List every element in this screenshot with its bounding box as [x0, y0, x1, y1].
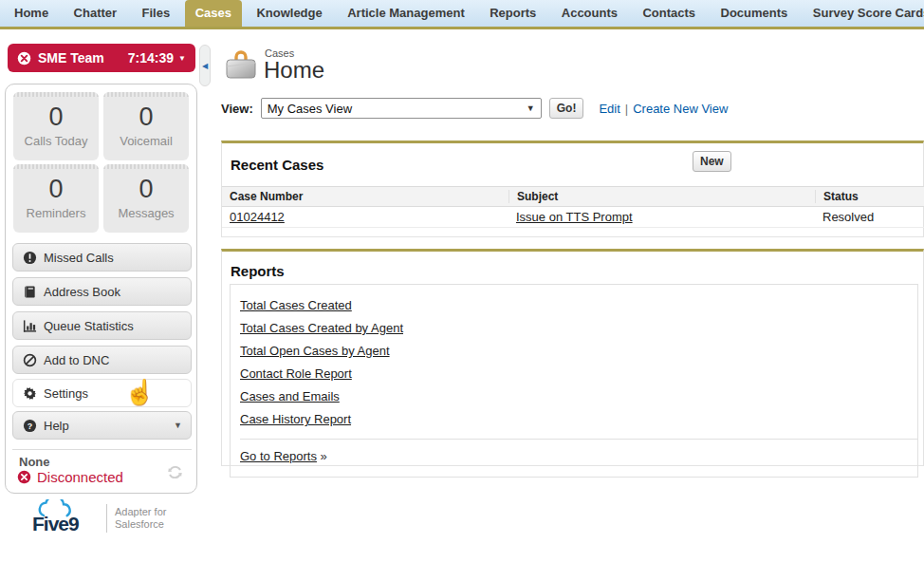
report-link-case-history-report[interactable]: Case History Report: [240, 408, 351, 431]
go-to-reports-arrows: »: [321, 449, 327, 463]
button-label: Missed Calls: [44, 251, 114, 265]
nav-gold-strip: [0, 27, 924, 29]
help-button[interactable]: ? Help ▼: [12, 411, 192, 440]
tab-survey-score-cards[interactable]: Survey Score Cards: [803, 0, 924, 27]
reports-section: Reports Total Cases Created Total Cases …: [221, 249, 924, 466]
tab-contacts[interactable]: Contacts: [632, 0, 706, 27]
report-link-total-cases-created-by-agent[interactable]: Total Cases Created by Agent: [240, 317, 403, 340]
view-selector-row: View: My Cases View ▼ Go! Edit | Create …: [221, 98, 728, 119]
column-header-status[interactable]: Status: [815, 190, 924, 203]
recent-cases-table: Case Number Subject Status 01024412 Issu…: [222, 186, 924, 228]
reports-heading: Reports: [231, 263, 285, 279]
team-name: SME Team: [38, 50, 104, 66]
missed-calls-button[interactable]: Missed Calls: [12, 243, 192, 272]
report-link-cases-and-emails[interactable]: Cases and Emails: [240, 385, 340, 408]
status-divider: [12, 449, 192, 450]
five9-panel: 0 Calls Today 0 Voicemail 0 Reminders 0 …: [5, 84, 197, 494]
top-nav: Home Chatter Files Cases Knowledge Artic…: [0, 0, 924, 29]
logo-tagline: Adapter for Salesforce: [115, 506, 166, 531]
button-label: Settings: [44, 386, 88, 401]
logo-divider: [106, 504, 107, 533]
case-subject-link[interactable]: Issue on TTS Prompt: [516, 210, 633, 224]
chevron-left-icon: ◀: [202, 62, 208, 70]
error-circle-icon: [17, 470, 31, 484]
stat-value: 0: [103, 175, 189, 204]
five9-wordmark: Five9: [32, 513, 79, 535]
help-circle-icon: ?: [22, 418, 37, 433]
edit-view-link[interactable]: Edit: [599, 102, 619, 116]
tab-home[interactable]: Home: [4, 0, 59, 27]
tab-cases[interactable]: Cases: [185, 0, 242, 27]
report-link-contact-role-report[interactable]: Contact Role Report: [240, 363, 352, 385]
card-hatch: [13, 164, 99, 169]
chevron-down-icon: ▼: [174, 421, 182, 430]
five9-brand: Five9: [32, 501, 95, 535]
reports-link-list: Total Cases Created Total Cases Created …: [230, 284, 918, 478]
select-arrow-icon: ▼: [527, 103, 535, 113]
button-label: Address Book: [44, 285, 120, 299]
refresh-icon[interactable]: [167, 464, 183, 484]
view-label: View:: [221, 102, 253, 116]
table-row: 01024412 Issue on TTS Prompt Resolved: [222, 207, 924, 228]
stat-label: Reminders: [13, 206, 99, 220]
tab-accounts[interactable]: Accounts: [551, 0, 628, 27]
report-link-total-open-cases-by-agent[interactable]: Total Open Cases by Agent: [240, 340, 390, 363]
column-header-subject[interactable]: Subject: [508, 190, 815, 203]
stat-label: Voicemail: [103, 134, 189, 148]
stat-voicemail[interactable]: 0 Voicemail: [103, 92, 189, 160]
station-status: None: [19, 455, 50, 469]
tab-documents[interactable]: Documents: [711, 0, 799, 27]
create-new-view-link[interactable]: Create New View: [633, 102, 728, 116]
card-hatch: [13, 92, 99, 97]
queue-statistics-button[interactable]: Queue Statistics: [12, 311, 192, 340]
chevron-down-icon[interactable]: ▼: [178, 54, 186, 63]
case-status-value: Resolved: [822, 210, 874, 224]
go-to-reports-row: Go to Reports »: [240, 439, 917, 471]
no-entry-icon: [22, 352, 37, 367]
settings-button[interactable]: Settings: [12, 379, 192, 407]
view-select[interactable]: My Cases View ▼: [261, 98, 542, 119]
tab-files[interactable]: Files: [132, 0, 181, 27]
stat-calls-today[interactable]: 0 Calls Today: [13, 92, 99, 160]
connection-status-label: Disconnected: [37, 469, 123, 485]
add-to-dnc-button[interactable]: Add to DNC: [12, 346, 192, 374]
new-case-button[interactable]: New: [693, 151, 731, 172]
page-title: Home: [264, 57, 324, 84]
stat-label: Calls Today: [13, 134, 99, 148]
salesforce-five9-screen: Home Chatter Files Cases Knowledge Artic…: [0, 0, 924, 581]
stat-value: 0: [103, 103, 189, 132]
svg-text:?: ?: [27, 421, 31, 430]
bar-chart-icon: [22, 318, 37, 333]
go-to-reports-link[interactable]: Go to Reports: [240, 449, 317, 463]
report-link-total-cases-created[interactable]: Total Cases Created: [240, 294, 352, 317]
recent-cases-section: Recent Cases New Case Number Subject Sta…: [221, 141, 924, 237]
stat-messages[interactable]: 0 Messages: [103, 164, 189, 233]
stat-value: 0: [13, 175, 99, 204]
stat-reminders[interactable]: 0 Reminders: [13, 164, 99, 233]
column-header-case-number[interactable]: Case Number: [222, 190, 508, 203]
tab-article-management[interactable]: Article Management: [337, 0, 475, 27]
book-icon: [22, 284, 37, 299]
view-select-value: My Cases View: [268, 102, 352, 116]
nav-tabs: Home Chatter Files Cases Knowledge Artic…: [4, 0, 924, 27]
address-book-button[interactable]: Address Book: [12, 277, 192, 306]
card-hatch: [103, 92, 189, 97]
go-button[interactable]: Go!: [549, 98, 584, 119]
cases-object-icon: [224, 49, 258, 84]
card-hatch: [103, 164, 189, 169]
connection-status: Disconnected: [17, 469, 123, 485]
end-session-icon[interactable]: [17, 51, 31, 66]
link-separator: |: [625, 102, 628, 116]
tab-knowledge[interactable]: Knowledge: [246, 0, 332, 27]
tab-chatter[interactable]: Chatter: [64, 0, 128, 27]
tagline-line1: Adapter for: [115, 506, 166, 518]
button-label: Queue Statistics: [44, 319, 134, 333]
case-number-link[interactable]: 01024412: [230, 210, 285, 224]
table-header-row: Case Number Subject Status: [222, 186, 924, 207]
tab-reports[interactable]: Reports: [479, 0, 546, 27]
stat-value: 0: [13, 103, 99, 132]
gear-icon: [22, 385, 37, 401]
button-label: Add to DNC: [44, 353, 109, 367]
five9-session-header[interactable]: SME Team 7:14:39 ▼: [8, 44, 195, 72]
sidebar-collapse-button[interactable]: ◀: [199, 45, 211, 86]
